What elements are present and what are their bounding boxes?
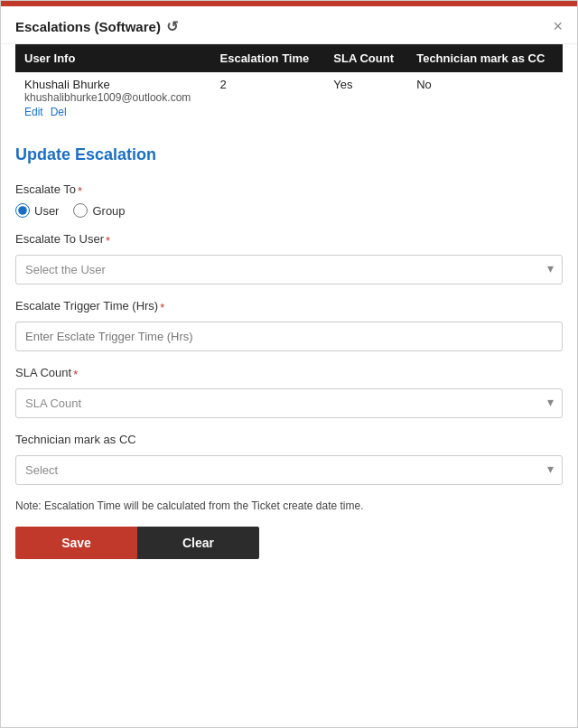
user-email: khushalibhurke1009@outlook.com xyxy=(24,91,202,104)
sla-count-cell: Yes xyxy=(324,72,407,124)
sla-count-select[interactable]: SLA Count xyxy=(15,388,563,418)
escalation-time-cell: 2 xyxy=(211,72,325,124)
radio-group-option[interactable]: Group xyxy=(73,203,125,218)
table-header-row: User Info Escalation Time SLA Count Tech… xyxy=(15,44,563,72)
save-button[interactable]: Save xyxy=(15,527,137,559)
escalate-to-label: Escalate To xyxy=(15,182,76,196)
button-row: Save Clear xyxy=(15,527,563,559)
reload-icon[interactable]: ↺ xyxy=(166,18,178,35)
section-title: Update Escalation xyxy=(15,145,563,164)
user-actions: Edit Del xyxy=(24,106,202,118)
radio-user-option[interactable]: User xyxy=(15,203,59,218)
trigger-time-label: Escalate Trigger Time (Hrs) xyxy=(15,299,158,313)
technician-cc-label: Technician mark as CC xyxy=(15,433,136,446)
table-row: Khushali Bhurke khushalibhurke1009@outlo… xyxy=(15,72,563,124)
radio-group-label: Group xyxy=(92,204,125,218)
escalate-to-user-group: Escalate To User * Select the User xyxy=(15,232,563,285)
escalate-to-radio-group: User Group xyxy=(15,203,563,218)
delete-link[interactable]: Del xyxy=(51,106,67,118)
modal-title-text: Escalations (Software) xyxy=(15,19,161,34)
escalate-to-user-select[interactable]: Select the User xyxy=(15,255,563,285)
technician-cc-cell: No xyxy=(407,72,563,124)
modal-title: Escalations (Software) ↺ xyxy=(15,18,178,35)
user-info-cell: Khushali Bhurke khushalibhurke1009@outlo… xyxy=(15,72,211,124)
technician-cc-select[interactable]: Select xyxy=(15,455,563,485)
sla-count-group: SLA Count * SLA Count xyxy=(15,366,563,418)
clear-button[interactable]: Clear xyxy=(137,527,259,559)
technician-cc-select-wrapper: Select xyxy=(15,452,563,485)
note-text: Note: Escalation Time will be calculated… xyxy=(15,499,563,512)
modal-body: User Info Escalation Time SLA Count Tech… xyxy=(1,44,577,574)
col-escalation-time: Escalation Time xyxy=(211,44,325,72)
technician-cc-group: Technician mark as CC Select xyxy=(15,433,563,485)
radio-user[interactable] xyxy=(15,203,30,218)
escalate-to-required: * xyxy=(78,184,82,198)
sla-count-required: * xyxy=(73,368,78,381)
modal-title-bar: Escalations (Software) ↺ × xyxy=(1,6,577,44)
col-technician-cc: Technician mark as CC xyxy=(407,44,563,72)
radio-group[interactable] xyxy=(73,203,88,218)
trigger-time-group: Escalate Trigger Time (Hrs) * xyxy=(15,299,563,351)
col-sla-count: SLA Count xyxy=(324,44,407,72)
col-user-info: User Info xyxy=(15,44,211,72)
trigger-time-input[interactable] xyxy=(15,322,563,351)
escalate-to-user-required: * xyxy=(106,234,110,247)
sla-count-label: SLA Count xyxy=(15,366,71,379)
escalation-table: User Info Escalation Time SLA Count Tech… xyxy=(15,44,563,124)
escalate-to-user-label: Escalate To User xyxy=(15,232,104,246)
escalate-to-user-select-wrapper: Select the User xyxy=(15,251,563,285)
close-icon[interactable]: × xyxy=(553,17,563,36)
sla-count-select-wrapper: SLA Count xyxy=(15,385,563,418)
trigger-time-required: * xyxy=(160,301,164,314)
user-name: Khushali Bhurke xyxy=(24,78,202,91)
escalation-table-wrapper: User Info Escalation Time SLA Count Tech… xyxy=(15,44,563,124)
escalation-modal: Escalations (Software) ↺ × User Info Esc… xyxy=(0,0,578,728)
edit-link[interactable]: Edit xyxy=(24,106,43,118)
escalate-to-group: Escalate To * User Group xyxy=(15,182,563,218)
radio-user-label: User xyxy=(34,204,59,218)
